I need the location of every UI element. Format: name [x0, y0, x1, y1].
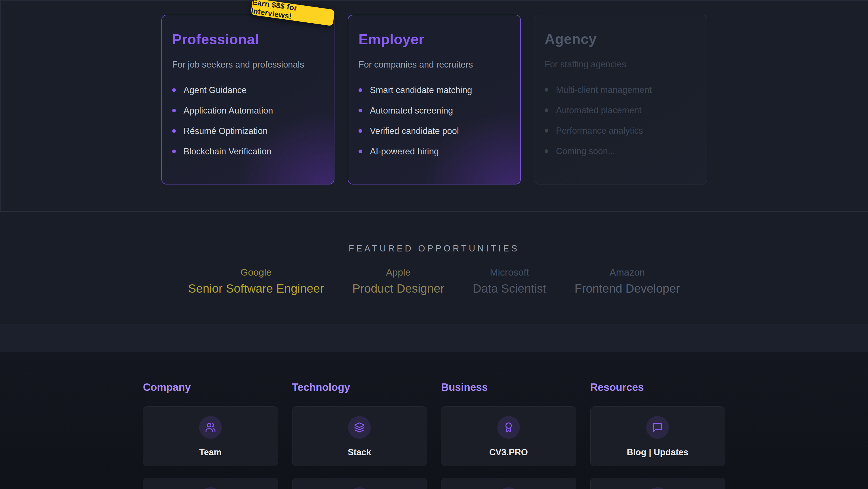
bullet-dot-icon — [359, 109, 362, 112]
footer-column-heading: Company — [143, 381, 278, 393]
plan-card-employer[interactable]: Employer For companies and recruiters Sm… — [348, 15, 521, 184]
footer-card-cv3pro[interactable]: CV3.PRO — [441, 406, 576, 466]
footer: Company Team Technology Stack — [0, 352, 868, 489]
footer-card-partial[interactable] — [590, 478, 725, 489]
footer-card-team[interactable]: Team — [143, 406, 278, 466]
footer-grid: Company Team Technology Stack — [143, 381, 725, 489]
featured-jobs-row: Google Senior Software Engineer Apple Pr… — [0, 267, 868, 295]
plan-card-professional[interactable]: Professional For job seekers and profess… — [161, 15, 335, 184]
plan-title: Professional — [172, 31, 324, 48]
job-company: Apple — [352, 267, 444, 278]
job-title: Frontend Developer — [575, 282, 680, 295]
footer-card-partial[interactable] — [143, 478, 278, 489]
feature-label: Verified candidate pool — [370, 126, 459, 136]
bullet-dot-icon — [545, 129, 548, 133]
bullet-dot-icon — [172, 149, 176, 153]
plan-feature: Blockchain Verification — [172, 147, 324, 156]
users-icon — [199, 416, 222, 439]
featured-job[interactable]: Microsoft Data Scientist — [472, 267, 546, 295]
featured-job[interactable]: Apple Product Designer — [352, 267, 444, 295]
hidden-icon — [199, 487, 222, 489]
hidden-icon — [646, 487, 669, 489]
layers-icon — [348, 416, 371, 439]
footer-card-label: Blog | Updates — [627, 447, 688, 458]
feature-label: AI-powered hiring — [370, 146, 439, 157]
footer-column-business: Business CV3.PRO — [441, 381, 576, 489]
job-company: Amazon — [575, 267, 680, 278]
hidden-icon — [497, 487, 520, 489]
bullet-dot-icon — [172, 109, 176, 112]
plan-feature: Verified candidate pool — [359, 126, 510, 135]
footer-card-label: Stack — [348, 447, 371, 458]
section-spacer — [0, 324, 868, 352]
feature-label: Coming soon... — [556, 146, 615, 156]
plan-feature: Automated screening — [359, 106, 510, 115]
feature-label: Automated placement — [556, 105, 642, 116]
job-title: Senior Software Engineer — [188, 282, 324, 295]
job-company: Google — [188, 267, 324, 278]
plan-feature-list: Smart candidate matching Automated scree… — [359, 86, 510, 156]
message-square-icon — [646, 416, 669, 439]
footer-card-blog[interactable]: Blog | Updates — [590, 406, 725, 466]
plan-card-agency: Agency For staffing agencies Multi-clien… — [534, 15, 707, 184]
plan-title: Agency — [545, 31, 697, 48]
bullet-dot-icon — [359, 149, 362, 153]
bullet-dot-icon — [545, 88, 548, 92]
plan-feature: Automated placement — [545, 106, 697, 115]
job-title: Data Scientist — [472, 282, 546, 295]
plan-description: For staffing agencies — [545, 59, 697, 69]
job-title: Product Designer — [352, 282, 444, 295]
featured-heading: FEATURED OPPORTUNITIES — [0, 243, 868, 254]
footer-column-company: Company Team — [143, 381, 278, 489]
feature-label: Performance analytics — [556, 126, 643, 136]
plan-feature: Application Automation — [172, 106, 324, 115]
plan-cards-row: Professional For job seekers and profess… — [1, 1, 868, 184]
footer-card-label: Team — [199, 447, 221, 458]
feature-label: Blockchain Verification — [184, 146, 272, 157]
feature-label: Résumé Optimization — [184, 126, 268, 136]
plan-description: For companies and recruiters — [359, 60, 510, 70]
footer-card-label: CV3.PRO — [489, 447, 528, 458]
pricing-section: Earn $$$ for Interviews! Professional Fo… — [0, 0, 868, 212]
footer-column-heading: Resources — [590, 381, 725, 393]
bullet-dot-icon — [545, 149, 548, 153]
plan-feature: Résumé Optimization — [172, 126, 324, 135]
bullet-dot-icon — [172, 129, 176, 133]
bullet-dot-icon — [359, 129, 362, 133]
job-company: Microsoft — [472, 267, 546, 278]
plan-feature: Agent Guidance — [172, 86, 324, 94]
footer-card-partial[interactable] — [441, 478, 576, 489]
feature-label: Multi-client management — [556, 85, 652, 95]
plan-feature: AI-powered hiring — [359, 147, 510, 156]
feature-label: Application Automation — [184, 106, 273, 116]
footer-column-heading: Business — [441, 381, 576, 393]
feature-label: Agent Guidance — [184, 85, 247, 95]
featured-job[interactable]: Google Senior Software Engineer — [188, 267, 324, 295]
featured-job[interactable]: Amazon Frontend Developer — [575, 267, 680, 295]
plan-feature: Performance analytics — [545, 126, 697, 135]
footer-card-partial[interactable] — [292, 478, 427, 489]
footer-column-resources: Resources Blog | Updates — [590, 381, 725, 489]
bullet-dot-icon — [545, 108, 548, 112]
bullet-dot-icon — [359, 88, 362, 92]
plan-title: Employer — [359, 31, 510, 48]
footer-card-stack[interactable]: Stack — [292, 406, 427, 466]
feature-label: Smart candidate matching — [370, 85, 472, 95]
plan-feature: Coming soon... — [545, 147, 697, 155]
footer-column-heading: Technology — [292, 381, 427, 393]
plan-feature: Multi-client management — [545, 85, 697, 94]
award-icon — [497, 416, 520, 439]
plan-feature: Smart candidate matching — [359, 86, 510, 94]
footer-column-technology: Technology Stack — [292, 381, 427, 489]
feature-label: Automated screening — [370, 106, 453, 116]
plan-feature-list: Agent Guidance Application Automation Ré… — [172, 86, 324, 156]
plan-description: For job seekers and professionals — [172, 60, 324, 70]
bullet-dot-icon — [172, 88, 176, 92]
featured-opportunities-section: FEATURED OPPORTUNITIES Google Senior Sof… — [0, 212, 868, 324]
hidden-icon — [348, 487, 371, 489]
plan-feature-list: Multi-client management Automated placem… — [545, 85, 697, 155]
